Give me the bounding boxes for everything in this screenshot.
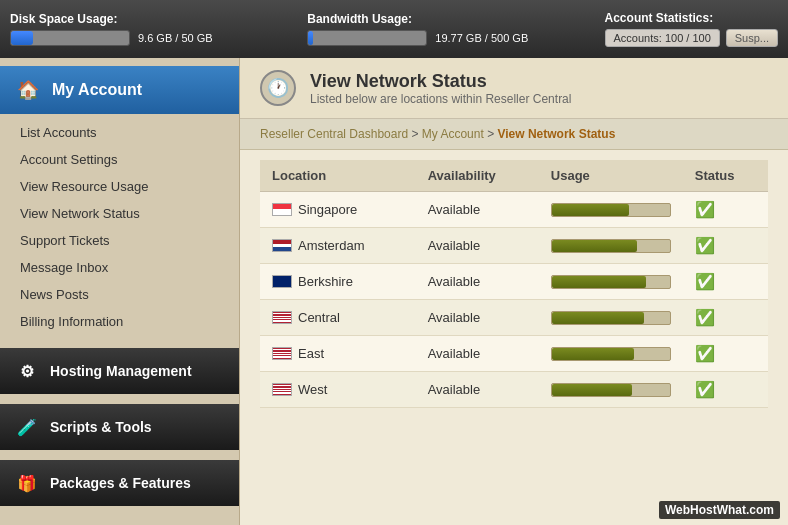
status-cell: ✅ — [683, 264, 768, 300]
table-header-row: Location Availability Usage Status — [260, 160, 768, 192]
location-cell: West — [260, 372, 416, 408]
table-container: Location Availability Usage Status Singa… — [240, 150, 788, 418]
page-title: View Network Status — [310, 71, 571, 92]
breadcrumb-active: View Network Status — [497, 127, 615, 141]
content-header-text: View Network Status Listed below are loc… — [310, 71, 571, 106]
hosting-management-label: Hosting Management — [50, 363, 192, 379]
suspend-button[interactable]: Susp... — [726, 29, 778, 47]
usage-cell — [539, 264, 683, 300]
sidebar-my-account-label: My Account — [52, 81, 142, 99]
house-icon: 🏠 — [14, 76, 42, 104]
app-wrapper: Disk Space Usage: 9.6 GB / 50 GB Bandwid… — [0, 0, 788, 525]
sidebar-item-message-inbox[interactable]: Message Inbox — [0, 255, 239, 280]
usage-bar-fill — [552, 276, 646, 288]
location-content: West — [272, 382, 404, 397]
sidebar-item-support-tickets[interactable]: Support Tickets — [0, 228, 239, 253]
status-cell: ✅ — [683, 228, 768, 264]
flag-nl-icon — [272, 239, 292, 252]
availability-cell: Available — [416, 336, 539, 372]
sidebar-item-account-settings[interactable]: Account Settings — [0, 147, 239, 172]
usage-bar-fill — [552, 312, 644, 324]
flag-us-icon — [272, 383, 292, 396]
sidebar-my-account-header[interactable]: 🏠 My Account — [0, 66, 239, 114]
bandwidth-text: 19.77 GB / 500 GB — [435, 32, 528, 44]
breadcrumb-reseller-central[interactable]: Reseller Central Dashboard — [260, 127, 408, 141]
flag-sg-icon — [272, 203, 292, 216]
location-cell: East — [260, 336, 416, 372]
sidebar-hosting-management-button[interactable]: ⚙ Hosting Management — [0, 348, 239, 394]
sidebar-item-list-accounts[interactable]: List Accounts — [0, 120, 239, 145]
col-location: Location — [260, 160, 416, 192]
availability-cell: Available — [416, 300, 539, 336]
location-name: Central — [298, 310, 340, 325]
bandwidth-usage-block: Bandwidth Usage: 19.77 GB / 500 GB — [307, 12, 584, 46]
table-row: West Available ✅ — [260, 372, 768, 408]
usage-bar-outer — [551, 275, 671, 289]
usage-cell — [539, 192, 683, 228]
location-name: Berkshire — [298, 274, 353, 289]
usage-bar-outer — [551, 311, 671, 325]
sidebar-item-view-resource-usage[interactable]: View Resource Usage — [0, 174, 239, 199]
status-ok-icon: ✅ — [695, 309, 715, 326]
sidebar-item-news-posts[interactable]: News Posts — [0, 282, 239, 307]
sidebar-divider-1 — [0, 336, 239, 342]
clock-icon: 🕐 — [260, 70, 296, 106]
col-availability: Availability — [416, 160, 539, 192]
location-cell: Berkshire — [260, 264, 416, 300]
availability-cell: Available — [416, 192, 539, 228]
disk-text: 9.6 GB / 50 GB — [138, 32, 213, 44]
scripts-tools-label: Scripts & Tools — [50, 419, 152, 435]
usage-bar-fill — [552, 384, 632, 396]
stats-label: Account Statistics: — [605, 11, 778, 25]
bandwidth-label: Bandwidth Usage: — [307, 12, 584, 26]
gift-icon: 🎁 — [14, 470, 40, 496]
usage-bar-fill — [552, 348, 635, 360]
packages-features-label: Packages & Features — [50, 475, 191, 491]
flag-us-icon — [272, 347, 292, 360]
location-content: Central — [272, 310, 404, 325]
usage-cell — [539, 336, 683, 372]
disk-progress-fill — [11, 31, 33, 45]
disk-progress-bar — [10, 30, 130, 46]
table-body: Singapore Available ✅ Amsterdam Availabl… — [260, 192, 768, 408]
account-stats-block: Account Statistics: Accounts: 100 / 100 … — [605, 11, 778, 47]
sidebar-item-view-network-status[interactable]: View Network Status — [0, 201, 239, 226]
usage-bar-outer — [551, 239, 671, 253]
usage-bar-outer — [551, 383, 671, 397]
content-area: 🕐 View Network Status Listed below are l… — [240, 58, 788, 525]
status-cell: ✅ — [683, 300, 768, 336]
disk-label: Disk Space Usage: — [10, 12, 287, 26]
table-row: Singapore Available ✅ — [260, 192, 768, 228]
flask-icon: 🧪 — [14, 414, 40, 440]
accounts-pill: Accounts: 100 / 100 — [605, 29, 720, 47]
location-name: Amsterdam — [298, 238, 364, 253]
breadcrumb: Reseller Central Dashboard > My Account … — [240, 119, 788, 150]
table-row: Berkshire Available ✅ — [260, 264, 768, 300]
breadcrumb-my-account[interactable]: My Account — [422, 127, 484, 141]
sidebar-item-billing-information[interactable]: Billing Information — [0, 309, 239, 334]
status-ok-icon: ✅ — [695, 201, 715, 218]
usage-bar-outer — [551, 347, 671, 361]
col-status: Status — [683, 160, 768, 192]
bandwidth-progress-fill — [308, 31, 313, 45]
content-header: 🕐 View Network Status Listed below are l… — [240, 58, 788, 119]
location-name: Singapore — [298, 202, 357, 217]
breadcrumb-sep2: > — [487, 127, 497, 141]
top-bar: Disk Space Usage: 9.6 GB / 50 GB Bandwid… — [0, 0, 788, 58]
bandwidth-row: 19.77 GB / 500 GB — [307, 30, 584, 46]
status-cell: ✅ — [683, 336, 768, 372]
bandwidth-progress-bar — [307, 30, 427, 46]
location-cell: Amsterdam — [260, 228, 416, 264]
main-layout: 🏠 My Account List Accounts Account Setti… — [0, 58, 788, 525]
location-cell: Singapore — [260, 192, 416, 228]
usage-cell — [539, 300, 683, 336]
availability-cell: Available — [416, 264, 539, 300]
location-name: East — [298, 346, 324, 361]
availability-cell: Available — [416, 372, 539, 408]
location-content: Amsterdam — [272, 238, 404, 253]
table-row: Amsterdam Available ✅ — [260, 228, 768, 264]
status-ok-icon: ✅ — [695, 381, 715, 398]
sidebar-packages-features-button[interactable]: 🎁 Packages & Features — [0, 460, 239, 506]
stats-row: Accounts: 100 / 100 Susp... — [605, 29, 778, 47]
sidebar-scripts-tools-button[interactable]: 🧪 Scripts & Tools — [0, 404, 239, 450]
